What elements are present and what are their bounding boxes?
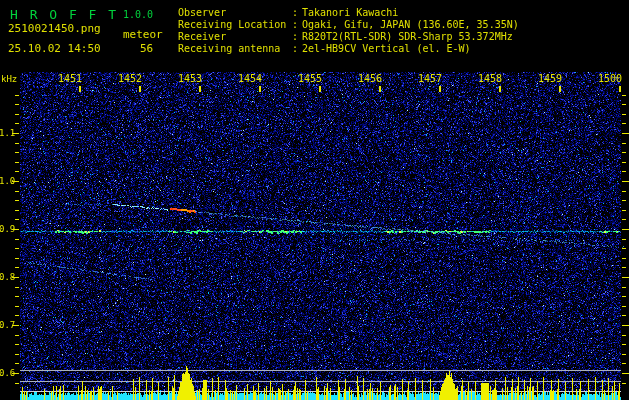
- time-label: 1458: [477, 73, 502, 84]
- output-filename: 2510021450.png: [8, 23, 101, 34]
- freq-label: 1.0: [0, 176, 15, 186]
- info-row-receiver: Receiver:R820T2(RTL-SDR) SDR-Sharp 53.37…: [178, 31, 519, 43]
- echo-count: 56: [140, 43, 153, 54]
- time-label: 1453: [177, 73, 202, 84]
- info-value: 2el-HB9CV Vertical (el. E-W): [302, 43, 471, 55]
- info-value: R820T2(RTL-SDR) SDR-Sharp 53.372MHz: [302, 31, 513, 43]
- station-info: Observer:Takanori Kawachi Receiving Loca…: [178, 7, 519, 55]
- info-value: Takanori Kawachi: [302, 7, 398, 19]
- info-row-observer: Observer:Takanori Kawachi: [178, 7, 519, 19]
- observation-datetime: 25.10.02 14:50: [8, 43, 101, 54]
- info-separator: :: [292, 19, 302, 31]
- info-separator: :: [292, 31, 302, 43]
- info-row-location: Receiving Location:Ogaki, Gifu, JAPAN (1…: [178, 19, 519, 31]
- time-label: 1451: [57, 73, 82, 84]
- info-label: Observer: [178, 7, 292, 19]
- info-separator: :: [292, 7, 302, 19]
- hrofft-window: H R O F F T 1.0.0 2510021450.png meteor …: [0, 0, 629, 400]
- time-label: 1456: [357, 73, 382, 84]
- info-row-antenna: Receiving antenna:2el-HB9CV Vertical (el…: [178, 43, 519, 55]
- freq-label: 0.8: [0, 272, 15, 282]
- time-label: 1455: [297, 73, 322, 84]
- info-separator: :: [292, 43, 302, 55]
- time-label: 1459: [537, 73, 562, 84]
- time-label: 1454: [237, 73, 262, 84]
- info-label: Receiving Location: [178, 19, 292, 31]
- freq-label: 0.6: [0, 368, 15, 378]
- time-label: 1457: [417, 73, 442, 84]
- app-title: H R O F F T: [10, 8, 118, 21]
- freq-unit-label: kHz: [1, 74, 21, 84]
- freq-label: 0.9: [0, 224, 15, 234]
- time-label: 1500: [597, 73, 622, 84]
- info-label: Receiving antenna: [178, 43, 292, 55]
- freq-label: 0.7: [0, 320, 15, 330]
- freq-label: 1.1: [0, 128, 15, 138]
- app-version: 1.0.0: [123, 10, 153, 20]
- info-value: Ogaki, Gifu, JAPAN (136.60E, 35.35N): [302, 19, 519, 31]
- spectrogram-canvas: [0, 0, 629, 400]
- mode-label: meteor: [123, 29, 163, 40]
- time-label: 1452: [117, 73, 142, 84]
- info-label: Receiver: [178, 31, 292, 43]
